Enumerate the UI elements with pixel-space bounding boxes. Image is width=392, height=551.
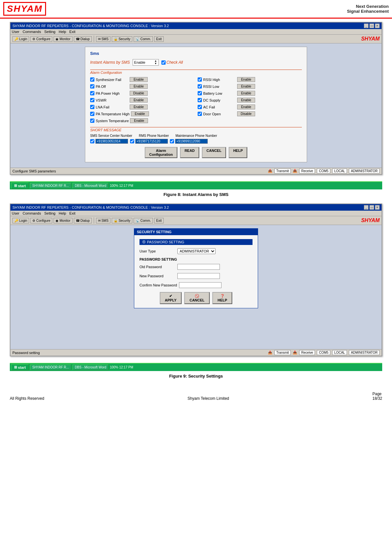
alarm-pa-power-check[interactable] bbox=[90, 91, 94, 95]
toolbar-login-fig9[interactable]: 🔑 Login bbox=[12, 218, 29, 223]
alarm-synthesizer-btn[interactable]: Enable bbox=[130, 77, 148, 82]
win-restore-fig8[interactable]: ▭ bbox=[369, 24, 374, 28]
footer-center: Shyam Telecom Limited bbox=[188, 396, 229, 401]
menu-user[interactable]: User bbox=[12, 30, 19, 34]
win-close-fig8[interactable]: ✕ bbox=[375, 24, 380, 28]
alarm-lna-check[interactable] bbox=[90, 105, 94, 109]
alarm-pa-temp-btn[interactable]: Enable bbox=[131, 111, 149, 116]
toolbar-sms[interactable]: ✉ SMS bbox=[96, 36, 110, 42]
alarm-pa-temp-check[interactable] bbox=[90, 112, 94, 116]
alarm-battery-check[interactable] bbox=[198, 91, 202, 95]
alarm-rssi-low-check[interactable] bbox=[198, 84, 202, 89]
new-password-input[interactable] bbox=[177, 273, 220, 279]
spin-arrows: ▲ ▼ bbox=[155, 60, 157, 65]
alarm-dc-btn[interactable]: Enable bbox=[237, 98, 255, 103]
alarm-rssi-high-check[interactable] bbox=[198, 77, 202, 82]
toolbar-dialup-fig9[interactable]: ☎ Dialup bbox=[74, 218, 92, 223]
window-title-fig9: SHYAM INDOOR RF REPEATERS - CONFIGURATIO… bbox=[12, 205, 169, 209]
alarm-vswr-check[interactable] bbox=[90, 98, 94, 102]
check-all-checkbox[interactable] bbox=[161, 60, 166, 65]
sms-service-check[interactable] bbox=[90, 139, 94, 143]
taskbar-fig9: ⊞ start SHYAM INDOOR RF R... DBS - Micro… bbox=[10, 363, 382, 371]
toolbar-sms-fig9[interactable]: ✉ SMS bbox=[96, 218, 110, 223]
toolbar-comm-fig9[interactable]: 📡 Comm. bbox=[134, 218, 153, 223]
rms-phone-check[interactable] bbox=[130, 139, 134, 143]
win-close-fig9[interactable]: ✕ bbox=[375, 205, 380, 210]
instant-value-input[interactable] bbox=[134, 60, 154, 64]
sms-service-input[interactable] bbox=[95, 139, 128, 144]
alarm-pa-power-btn[interactable]: Disable bbox=[130, 91, 148, 96]
toolbar-exit[interactable]: Exit bbox=[154, 36, 164, 42]
alarm-dc-check[interactable] bbox=[198, 98, 202, 102]
alarm-pa-off-btn[interactable]: Enable bbox=[130, 84, 148, 89]
toolbar-login[interactable]: 🔑 Login bbox=[12, 36, 29, 42]
alarm-rssi-low-btn[interactable]: Enable bbox=[237, 84, 255, 89]
alarm-door-btn[interactable]: Disable bbox=[237, 111, 255, 116]
user-type-select[interactable]: ADMINISTRATOR USER bbox=[177, 248, 216, 254]
win-restore-fig9[interactable]: ▭ bbox=[369, 205, 374, 210]
taskbar-word-fig8[interactable]: DBS - Microsoft Word bbox=[73, 183, 109, 188]
spin-down[interactable]: ▼ bbox=[155, 62, 157, 65]
menu-exit[interactable]: Exit bbox=[69, 30, 75, 34]
instant-spin-ctrl[interactable]: ▲ ▼ bbox=[133, 59, 159, 66]
toolbar-configure-fig9[interactable]: ⚙ Configure bbox=[30, 218, 52, 223]
read-button[interactable]: READ bbox=[180, 147, 199, 158]
alarm-sys-temp-check[interactable] bbox=[90, 119, 94, 123]
figure9-caption: Figure 9: Security Settings bbox=[10, 374, 382, 379]
old-password-input[interactable] bbox=[177, 264, 220, 270]
alarm-vswr-btn[interactable]: Enable bbox=[130, 98, 148, 103]
menu-exit-fig9[interactable]: Exit bbox=[69, 211, 75, 215]
toolbar-monitor-fig9[interactable]: ◉ Monitor bbox=[54, 218, 72, 223]
menu-help-fig9[interactable]: Help bbox=[59, 211, 66, 215]
toolbar-exit-fig9[interactable]: Exit bbox=[154, 218, 164, 223]
alarm-synthesizer-check[interactable] bbox=[90, 77, 94, 82]
toolbar-security[interactable]: 🔒 Security bbox=[112, 36, 132, 42]
toolbar-security-fig9[interactable]: 🔒 Security bbox=[112, 218, 132, 223]
menu-help[interactable]: Help bbox=[59, 30, 66, 34]
user-type-label: User Type bbox=[139, 249, 175, 253]
check-all-group[interactable]: Check All bbox=[161, 60, 183, 65]
confirm-password-input[interactable] bbox=[179, 282, 221, 288]
menu-commands[interactable]: Commands bbox=[23, 30, 41, 34]
confirm-password-row: Confirm New Password bbox=[139, 282, 253, 288]
start-btn-fig8[interactable]: ⊞ start bbox=[11, 183, 29, 189]
maintenance-check[interactable] bbox=[170, 139, 174, 143]
cancel-button-fig8[interactable]: CANCEL bbox=[202, 147, 226, 158]
apply-button[interactable]: ✔ APPLY bbox=[160, 292, 182, 304]
cancel-button-fig9[interactable]: 🚫 CANCEL bbox=[184, 292, 210, 304]
alarm-ac-check[interactable] bbox=[198, 105, 202, 109]
alarm-rssi-high-btn[interactable]: Enable bbox=[237, 77, 255, 82]
new-password-row: New Password bbox=[139, 273, 253, 279]
menu-setting[interactable]: Setting bbox=[44, 30, 55, 34]
alarm-ac-btn[interactable]: Enable bbox=[237, 105, 255, 109]
help-button-fig8[interactable]: HELP bbox=[229, 147, 247, 158]
maintenance-input[interactable] bbox=[175, 139, 208, 144]
alarm-battery-btn[interactable]: Enable bbox=[237, 91, 255, 96]
alarm-pa-off-check[interactable] bbox=[90, 84, 94, 89]
alarm-rssi-high-label: RSSI High bbox=[203, 78, 236, 82]
win-minimize-fig9[interactable]: _ bbox=[364, 205, 368, 210]
alarm-config-btn-label: AlarmConfiguration bbox=[149, 149, 173, 156]
help-button-fig9[interactable]: ❓ HELP bbox=[212, 292, 232, 304]
rms-phone-input[interactable] bbox=[135, 139, 168, 144]
alarm-door-check[interactable] bbox=[198, 112, 202, 116]
taskbar-word-fig9[interactable]: DBS - Microsoft Word bbox=[73, 365, 109, 370]
taskbar-shyam-fig9[interactable]: SHYAM INDOOR RF R... bbox=[30, 365, 71, 370]
win-minimize-fig8[interactable]: _ bbox=[364, 24, 368, 28]
taskbar-shyam-fig8[interactable]: SHYAM INDOOR RF R... bbox=[30, 183, 71, 188]
user-type-row: User Type ADMINISTRATOR USER bbox=[139, 248, 253, 254]
old-password-label: Old Password bbox=[139, 265, 175, 269]
alarm-config-button[interactable]: AlarmConfiguration bbox=[145, 147, 177, 158]
menu-user-fig9[interactable]: User bbox=[12, 211, 19, 215]
start-btn-fig9[interactable]: ⊞ start bbox=[11, 364, 29, 370]
win-inner-fig9: SECURITY SETTING ⦿ PASSWORD SETTING User… bbox=[10, 225, 382, 349]
toolbar-configure[interactable]: ⚙ Configure bbox=[30, 36, 52, 42]
toolbar-monitor[interactable]: ◉ Monitor bbox=[54, 36, 72, 42]
alarm-lna-btn[interactable]: Enable bbox=[130, 105, 148, 109]
menu-commands-fig9[interactable]: Commands bbox=[23, 211, 41, 215]
toolbar-dialup[interactable]: ☎ Dialup bbox=[74, 36, 92, 42]
com-badge-fig9: COM5 bbox=[317, 350, 330, 355]
alarm-sys-temp-btn[interactable]: Enable bbox=[130, 118, 148, 123]
toolbar-comm[interactable]: 📡 Comm. bbox=[134, 36, 153, 42]
menu-setting-fig9[interactable]: Setting bbox=[44, 211, 55, 215]
